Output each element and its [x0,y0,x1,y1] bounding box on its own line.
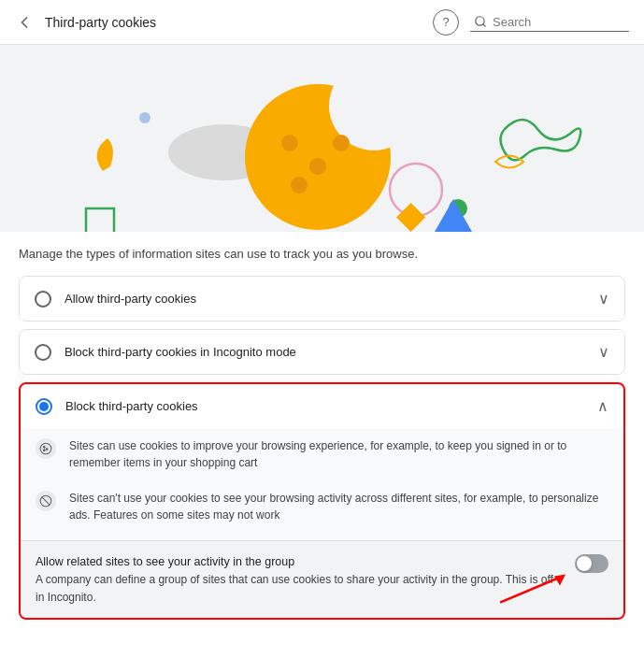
option-incognito-header[interactable]: Block third-party cookies in Incognito m… [20,330,624,374]
sub-item-2-text: Sites can't use your cookies to see your… [69,490,608,523]
page-title: Third-party cookies [45,15,422,30]
svg-point-7 [281,135,298,151]
svg-rect-13 [396,203,425,232]
search-input[interactable] [493,15,614,29]
svg-line-22 [42,497,50,505]
radio-block[interactable] [36,398,52,415]
svg-point-19 [46,449,48,451]
cookie-icon [36,438,56,459]
svg-point-3 [139,112,150,123]
back-button[interactable] [15,13,34,32]
block-icon [36,491,56,511]
svg-point-8 [309,158,326,175]
toggle-thumb [577,556,592,571]
radio-block-inner [39,402,49,411]
option-incognito: Block third-party cookies in Incognito m… [19,329,625,375]
toggle-text-block: Allow related sites to see your activity… [36,552,564,607]
option-block-expanded: Sites can use cookies to improve your br… [21,428,623,618]
sub-item-1: Sites can use cookies to improve your br… [36,428,608,480]
svg-line-1 [483,24,486,27]
search-icon [474,15,487,28]
search-bar[interactable] [470,13,629,32]
svg-line-23 [500,579,558,603]
help-button[interactable]: ? [433,9,459,36]
option-incognito-label: Block third-party cookies in Incognito m… [64,345,598,359]
illustration-area [0,45,644,232]
toggle-switch[interactable] [575,554,608,573]
option-allow-header[interactable]: Allow third-party cookies ∨ [20,277,624,321]
radio-incognito[interactable] [35,344,51,361]
radio-allow[interactable] [35,291,51,308]
toggle-row: Allow related sites to see your activity… [21,540,623,618]
page-header: Third-party cookies ? [0,0,644,45]
svg-rect-4 [86,208,114,232]
option-block-label: Block third-party cookies [65,399,597,413]
option-block-header[interactable]: Block third-party cookies ∧ [21,384,623,428]
option-allow: Allow third-party cookies ∨ [19,276,625,322]
chevron-allow-icon: ∨ [598,290,609,308]
main-content: Manage the types of information sites ca… [0,232,644,642]
svg-point-20 [43,450,45,451]
svg-point-10 [291,177,308,193]
sub-item-2: Sites can't use your cookies to see your… [36,480,608,533]
toggle-description: A company can define a group of sites th… [36,571,564,607]
chevron-incognito-icon: ∨ [598,343,609,361]
svg-point-18 [43,446,45,448]
option-allow-label: Allow third-party cookies [64,292,598,306]
toggle-track[interactable] [575,554,608,573]
option-block: Block third-party cookies ∧ Sites can us… [19,382,625,620]
page-description: Manage the types of information sites ca… [19,247,625,261]
svg-marker-14 [435,199,472,232]
sub-item-1-text: Sites can use cookies to improve your br… [69,437,608,471]
toggle-title: Allow related sites to see your activity… [36,552,564,571]
chevron-block-icon: ∧ [597,397,608,415]
svg-point-9 [333,135,350,151]
